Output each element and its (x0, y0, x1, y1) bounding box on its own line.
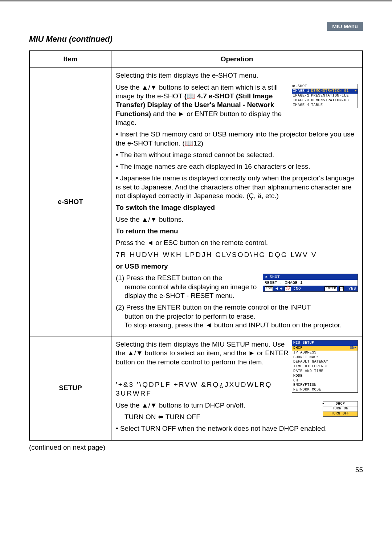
row-eshot-operation: Selecting this item displays the e-SHOT … (111, 68, 363, 336)
eshot-mini-menu: e-SHOT IMAGE-1 DEMONSTRATION-01 IMAGE-2 … (292, 84, 358, 108)
row-eshot-item: e-SHOT (29, 68, 111, 336)
eshot-switch-text: Use the ▲/▼ buttons. (116, 215, 358, 224)
eshot-usb-heading: or USB memory (116, 262, 358, 271)
col-item: Item (29, 51, 111, 68)
eshot-switch-heading: To switch the image displayed (116, 203, 358, 212)
eshot-menu-item-3: IMAGE-3 DEMONSTRATION-03 (292, 98, 358, 103)
nav-enter-icon: ⏎ (339, 286, 344, 291)
miu-item-encryption: ENCRYPTION (292, 383, 358, 388)
miu-item-ch: CH (292, 379, 358, 383)
nav-add-icon: ✚ (280, 286, 282, 291)
yes-label: :YES (346, 286, 356, 291)
eshot-return-heading: To return the menu (116, 227, 358, 236)
eshot-bullet-4: • Japanese file name is displayed correc… (116, 174, 358, 200)
reset-menu-body: RESET : IMAGE-1 (263, 280, 358, 286)
col-operation: Operation (111, 51, 363, 68)
continued-note: (continued on next page) (29, 443, 363, 451)
eshot-menu-item-2: IMAGE-2 PRESENTATIONFILE (292, 94, 358, 98)
no-label: :NO (293, 286, 301, 291)
dhcp-menu: DHCP TURN ON TURN OFF (323, 401, 358, 417)
eshot-return-text: Press the ◄ or ESC button on the remote … (116, 238, 358, 247)
nav-stop-icon: 🚫 (285, 286, 291, 291)
eshot-garbled: 7R HUDVH WKH LPDJH GLVSOD\HG DQG LWV V (116, 250, 358, 259)
miu-menu-table: Item Operation e-SHOT Selecting this ite… (29, 50, 363, 441)
miu-setup-menu: MIU SETUP DHCP ON IP ADDRESS SUBNET MASK… (292, 340, 358, 393)
setup-dhcp-text: Use the ▲/▼ buttons to turn DHCP on/off. (116, 401, 358, 410)
eshot-step2: (2) Press the ENTER button on the remote… (116, 303, 358, 330)
miu-item-mode: MODE (292, 374, 358, 379)
eshot-bullet-2: • The item without image stored cannot b… (116, 151, 358, 159)
eshot-bullet-3: • The image names are each displayed in … (116, 162, 358, 171)
reset-menu-head: e-SHOT (263, 274, 358, 280)
eshot-menu-item-4: IMAGE-4 TABLE (292, 103, 358, 108)
dhcp-menu-title: DHCP (323, 401, 358, 406)
eshot-menu-title: e-SHOT (292, 84, 358, 89)
miu-item-network-mode: NETWORK MODE (292, 388, 358, 392)
row-setup-item: SETUP (29, 336, 111, 440)
row-setup-operation: MIU SETUP DHCP ON IP ADDRESS SUBNET MASK… (111, 336, 363, 440)
eshot-reset-menu: e-SHOT RESET : IMAGE-1 ESC ◀ ✚ 🚫 :NO ENT… (263, 274, 358, 292)
page-number: 55 (29, 466, 363, 474)
dhcp-turn-off: TURN OFF (323, 411, 358, 416)
eshot-intro: Selecting this item displays the e-SHOT … (116, 71, 358, 80)
nav-left-icon: ◀ (275, 286, 278, 291)
miu-item-gateway: DEFAULT GATEWAY (292, 360, 358, 364)
setup-note: • Select TURN OFF when the network does … (116, 424, 358, 433)
eshot-bullet-1: • Insert the SD memory card or USB memor… (116, 130, 358, 148)
miu-item-subnet: SUBNET MASK (292, 355, 358, 360)
dhcp-turn-on: TURN ON (323, 406, 358, 411)
eshot-menu-item-1: IMAGE-1 DEMONSTRATION-01 (292, 89, 358, 94)
reset-menu-foot: ESC ◀ ✚ 🚫 :NO ENTER ⏎ :YES (263, 286, 358, 291)
header-tab: MIU Menu (327, 22, 363, 31)
esc-key: ESC (265, 286, 273, 291)
miu-item-timediff: TIME DIFFERENCE (292, 364, 358, 369)
miu-setup-title: MIU SETUP (292, 340, 358, 346)
section-title: MIU Menu (continued) (29, 34, 363, 44)
miu-item-datetime: DATE AND TIME (292, 369, 358, 374)
enter-key: ENTER (324, 286, 337, 291)
miu-item-dhcp: DHCP ON (292, 346, 358, 351)
miu-item-ip: IP ADDRESS (292, 351, 358, 355)
